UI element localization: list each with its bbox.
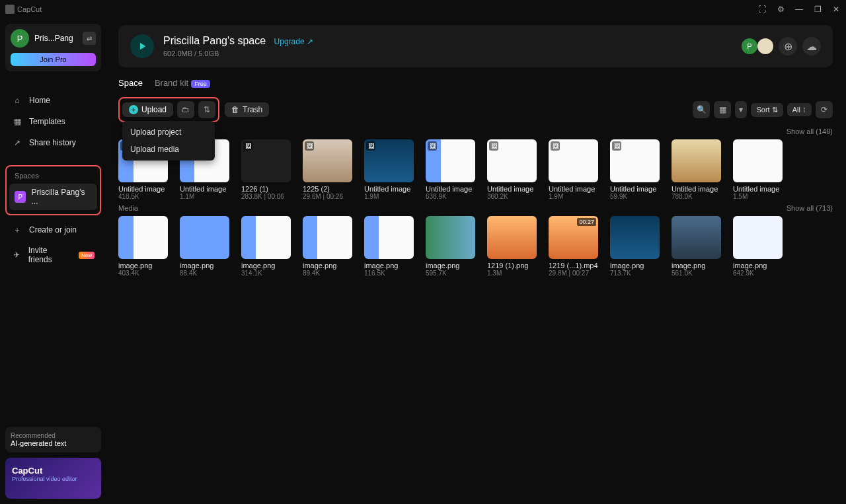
thumbnail[interactable] bbox=[610, 216, 660, 259]
thumbnail[interactable]: 🖼 bbox=[303, 139, 352, 182]
member-avatar-2[interactable] bbox=[757, 38, 773, 54]
thumbnail[interactable]: 🖼 bbox=[487, 139, 537, 182]
join-pro-button[interactable]: Join Pro bbox=[11, 53, 96, 66]
maximize-button[interactable]: ❐ bbox=[813, 5, 822, 14]
plus-icon: ＋ bbox=[12, 225, 22, 235]
thumbnail[interactable] bbox=[426, 216, 475, 259]
sort-dropdown[interactable]: Sort ⇅ bbox=[751, 103, 783, 117]
item-title: Untitled image bbox=[549, 185, 598, 193]
thumbnail[interactable]: 00:27 bbox=[549, 216, 598, 259]
media-item[interactable]: 🖼Untitled image59.9K bbox=[610, 139, 660, 200]
upload-media-item[interactable]: Upload media bbox=[122, 141, 215, 158]
item-meta: 59.9K bbox=[610, 193, 660, 200]
thumbnail[interactable]: 🖼 bbox=[549, 139, 598, 182]
trash-icon: 🗑 bbox=[231, 105, 239, 114]
user-avatar[interactable]: P bbox=[11, 29, 29, 48]
item-meta: 403.4K bbox=[118, 270, 168, 277]
thumbnail[interactable] bbox=[733, 139, 783, 182]
upgrade-link[interactable]: Upgrade ↗ bbox=[274, 37, 313, 46]
main-content: Priscilla Pang's space Upgrade ↗ 602.0MB… bbox=[106, 18, 846, 504]
switch-account-button[interactable]: ⇄ bbox=[83, 32, 96, 45]
thumbnail[interactable] bbox=[241, 216, 291, 259]
view-dropdown-button[interactable]: ▾ bbox=[735, 101, 747, 118]
media-item[interactable]: image.png642.9K bbox=[733, 216, 783, 277]
media-item[interactable]: image.png88.4K bbox=[180, 216, 229, 277]
item-title: image.png bbox=[672, 262, 721, 270]
paper-plane-icon: ✈ bbox=[12, 250, 22, 260]
search-button[interactable]: 🔍 bbox=[693, 101, 710, 118]
media-item[interactable]: image.png713.7K bbox=[610, 216, 660, 277]
item-meta: 283.8K | 00:06 bbox=[241, 193, 291, 200]
templates-icon: ▦ bbox=[12, 116, 22, 127]
media-item[interactable]: image.png561.0K bbox=[672, 216, 721, 277]
show-all-148[interactable]: Show all (148) bbox=[787, 127, 833, 135]
tabs: Space Brand kitFree bbox=[118, 78, 833, 90]
space-logo bbox=[130, 34, 154, 58]
nav-templates[interactable]: ▦Templates bbox=[5, 111, 101, 132]
thumbnail[interactable]: 🖼 bbox=[364, 139, 414, 182]
upload-project-item[interactable]: Upload project bbox=[122, 124, 215, 141]
close-button[interactable]: ✕ bbox=[831, 5, 841, 14]
member-avatar-1[interactable]: P bbox=[742, 38, 757, 54]
thumbnail[interactable]: 🖼 bbox=[241, 139, 291, 182]
media-item[interactable]: 🖼Untitled image360.2K bbox=[487, 139, 537, 200]
tab-space[interactable]: Space bbox=[118, 78, 143, 90]
media-item[interactable]: image.png314.1K bbox=[241, 216, 291, 277]
titlebar-app: CapCut bbox=[5, 5, 42, 14]
media-item[interactable]: 🖼1226 (1)283.8K | 00:06 bbox=[241, 139, 291, 200]
filter-all[interactable]: All ⫶ bbox=[787, 103, 812, 116]
media-item[interactable]: image.png403.4K bbox=[118, 216, 168, 277]
thumbnail[interactable] bbox=[180, 216, 229, 259]
thumbnail[interactable] bbox=[672, 216, 721, 259]
thumbnail[interactable] bbox=[364, 216, 414, 259]
cloud-button[interactable]: ☁ bbox=[802, 37, 821, 55]
invite-friends[interactable]: ✈Invite friendsNew bbox=[5, 240, 101, 270]
recommended-card[interactable]: Recommended AI-generated text bbox=[5, 427, 101, 452]
media-item[interactable]: 🖼Untitled image1.9M bbox=[364, 139, 414, 200]
thumbnail[interactable] bbox=[303, 216, 352, 259]
space-header: Priscilla Pang's space Upgrade ↗ 602.0MB… bbox=[118, 25, 833, 67]
item-meta: 561.0K bbox=[672, 270, 721, 277]
media-item[interactable]: Untitled image788.0K bbox=[672, 139, 721, 200]
media-item[interactable]: 🖼Untitled image1.9M bbox=[549, 139, 598, 200]
item-title: Untitled image bbox=[364, 185, 414, 193]
trash-button[interactable]: 🗑Trash bbox=[225, 102, 269, 117]
media-item[interactable]: 00:271219 (...1).mp429.8M | 00:27 bbox=[549, 216, 598, 277]
minimize-button[interactable]: — bbox=[794, 5, 804, 14]
sort-toggle-button[interactable]: ⇅ bbox=[198, 101, 215, 118]
create-or-join[interactable]: ＋Create or join bbox=[5, 219, 101, 240]
media-item[interactable]: image.png595.7K bbox=[426, 216, 475, 277]
tab-brand-kit[interactable]: Brand kitFree bbox=[155, 78, 210, 90]
media-item[interactable]: 🖼1225 (2)29.6M | 00:26 bbox=[303, 139, 352, 200]
duration-badge: 00:27 bbox=[577, 218, 596, 226]
show-all-713[interactable]: Show all (713) bbox=[787, 204, 833, 212]
media-item[interactable]: image.png116.5K bbox=[364, 216, 414, 277]
refresh-button[interactable]: ⟳ bbox=[816, 101, 833, 118]
grid-view-button[interactable]: ▦ bbox=[714, 101, 731, 118]
promo-card[interactable]: CapCut Professional video editor bbox=[5, 458, 101, 499]
new-folder-button[interactable]: 🗀 bbox=[177, 101, 194, 118]
media-item[interactable]: 🖼Untitled image638.9K bbox=[426, 139, 475, 200]
nav-share-history[interactable]: ↗Share history bbox=[5, 132, 101, 153]
add-member-button[interactable]: ⊕ bbox=[779, 37, 797, 55]
thumbnail[interactable] bbox=[733, 216, 783, 259]
thumbnail[interactable]: 🖼 bbox=[426, 139, 475, 182]
screen-icon[interactable]: ⛶ bbox=[757, 5, 767, 14]
spaces-label: Spaces bbox=[9, 170, 97, 184]
sidebar: P Pris...Pang ⇄ Join Pro ⌂Home ▦Template… bbox=[0, 18, 106, 504]
media-item[interactable]: 1219 (1).png1.3M bbox=[487, 216, 537, 277]
thumbnail[interactable] bbox=[672, 139, 721, 182]
thumbnail[interactable]: 🖼 bbox=[610, 139, 660, 182]
thumbnail[interactable] bbox=[487, 216, 537, 259]
settings-icon[interactable]: ⚙ bbox=[776, 5, 785, 14]
item-meta: 1.5M bbox=[733, 193, 783, 200]
preview-icon: 🖼 bbox=[366, 141, 375, 151]
upload-button[interactable]: +Upload bbox=[122, 102, 173, 117]
item-title: image.png bbox=[118, 262, 168, 270]
media-item[interactable]: image.png89.4K bbox=[303, 216, 352, 277]
nav-home[interactable]: ⌂Home bbox=[5, 90, 101, 111]
space-item-current[interactable]: P Priscilla Pang's ... bbox=[9, 184, 97, 210]
media-item[interactable]: Untitled image1.5M bbox=[733, 139, 783, 200]
thumbnail[interactable] bbox=[118, 216, 168, 259]
item-meta: 713.7K bbox=[610, 270, 660, 277]
